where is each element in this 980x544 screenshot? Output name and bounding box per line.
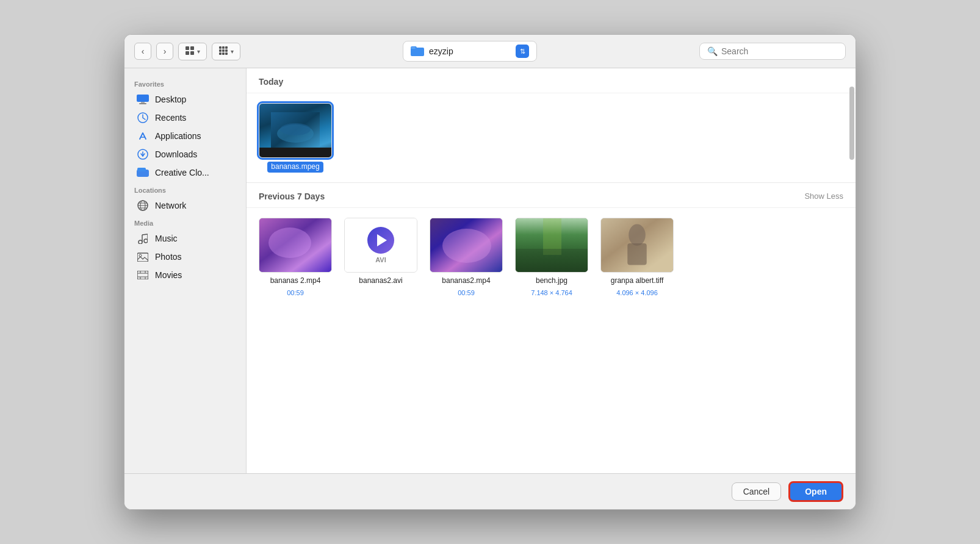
sidebar-item-network[interactable]: Network bbox=[127, 196, 243, 215]
grid-icon bbox=[185, 46, 195, 57]
svg-rect-11 bbox=[222, 52, 225, 55]
svg-rect-1 bbox=[190, 46, 194, 50]
purple-smoke-thumbnail bbox=[430, 218, 502, 272]
recents-icon bbox=[137, 112, 149, 124]
file-thumb-bananas2-mp4-b bbox=[430, 218, 503, 273]
file-item-bench-jpg[interactable]: bench.jpg 7.148 × 4.764 bbox=[515, 218, 588, 297]
file-thumb-bananas-mpeg bbox=[259, 103, 332, 158]
file-thumb-bananas2-avi: AVI bbox=[344, 218, 417, 273]
prev7-section-header: Previous 7 Days Show Less bbox=[247, 183, 856, 208]
avi-thumbnail: AVI bbox=[345, 218, 417, 272]
svg-point-29 bbox=[144, 239, 148, 243]
back-button[interactable]: ‹ bbox=[134, 43, 151, 60]
svg-point-44 bbox=[280, 123, 311, 135]
sidebar-label-network: Network bbox=[155, 201, 186, 210]
favorites-label: Favorites bbox=[124, 76, 246, 90]
svg-rect-14 bbox=[137, 95, 149, 102]
svg-point-53 bbox=[629, 224, 646, 245]
locations-label: Locations bbox=[124, 182, 246, 196]
sidebar-item-music[interactable]: Music bbox=[127, 229, 243, 248]
open-button[interactable]: Open bbox=[788, 481, 843, 502]
forest-thumbnail bbox=[516, 218, 588, 272]
file-item-bananas-mpeg[interactable]: bananas.mpeg bbox=[259, 103, 332, 173]
svg-point-48 bbox=[442, 229, 491, 263]
search-bar[interactable]: 🔍 bbox=[699, 43, 846, 60]
svg-rect-6 bbox=[225, 46, 228, 49]
grid-dropdown-arrow: ▾ bbox=[197, 48, 200, 55]
today-section-header: Today bbox=[247, 68, 856, 93]
file-thumb-bananas2-mp4-a bbox=[259, 218, 332, 273]
show-less-button[interactable]: Show Less bbox=[804, 191, 843, 201]
svg-rect-33 bbox=[137, 253, 148, 262]
svg-rect-3 bbox=[190, 51, 194, 55]
file-item-granpa-albert[interactable]: granpa albert.tiff 4.096 × 4.096 bbox=[600, 218, 674, 297]
downloads-icon bbox=[137, 148, 149, 160]
view-columns-button[interactable]: ▾ bbox=[212, 43, 240, 60]
file-meta-granpa-albert: 4.096 × 4.096 bbox=[616, 289, 658, 296]
sidebar-label-recents: Recents bbox=[155, 113, 186, 123]
file-name-bananas2-mp4-b: bananas2.mp4 bbox=[442, 276, 490, 286]
location-chevron[interactable]: ⇅ bbox=[516, 45, 529, 58]
file-name-bananas2-avi: bananas2.avi bbox=[359, 276, 402, 286]
prev7-title: Previous 7 Days bbox=[259, 191, 325, 201]
view-grid-button[interactable]: ▾ bbox=[178, 43, 207, 60]
columns-dropdown-arrow: ▾ bbox=[231, 48, 234, 55]
applications-icon bbox=[137, 130, 149, 142]
file-meta-bananas2-mp4-b: 00:59 bbox=[458, 289, 475, 296]
sidebar-label-applications: Applications bbox=[155, 131, 201, 141]
cancel-button[interactable]: Cancel bbox=[732, 482, 782, 501]
location-pill[interactable]: ezyzip ⇅ bbox=[403, 41, 537, 62]
search-input[interactable] bbox=[721, 46, 838, 56]
sidebar-item-recents[interactable]: Recents bbox=[127, 109, 243, 127]
file-name-bananas-mpeg: bananas.mpeg bbox=[267, 162, 323, 173]
file-thumb-bench-jpg bbox=[515, 218, 588, 273]
sidebar-item-creative-cloud[interactable]: Creative Clo... bbox=[127, 163, 243, 182]
desktop-icon bbox=[137, 93, 149, 106]
sidebar-item-downloads[interactable]: Downloads bbox=[127, 145, 243, 163]
svg-rect-9 bbox=[225, 49, 228, 52]
sidebar-label-downloads: Downloads bbox=[155, 149, 197, 159]
sidebar-item-movies[interactable]: Movies bbox=[127, 266, 243, 284]
photos-icon bbox=[137, 251, 149, 263]
svg-rect-7 bbox=[219, 49, 222, 52]
sidebar-item-photos[interactable]: Photos bbox=[127, 248, 243, 266]
network-icon bbox=[137, 199, 149, 212]
forward-button[interactable]: › bbox=[156, 43, 173, 60]
svg-rect-13 bbox=[411, 47, 416, 49]
back-icon: ‹ bbox=[142, 46, 145, 56]
sidebar-label-photos: Photos bbox=[155, 252, 182, 262]
file-thumb-granpa-albert bbox=[600, 218, 674, 273]
file-item-bananas2-mp4-b[interactable]: bananas2.mp4 00:59 bbox=[430, 218, 503, 297]
sidebar-label-desktop: Desktop bbox=[155, 95, 186, 104]
sidebar-item-applications[interactable]: Applications bbox=[127, 127, 243, 145]
scrollbar-track[interactable] bbox=[847, 68, 856, 473]
toolbar: ‹ › ▾ bbox=[124, 35, 856, 68]
file-meta-bench-jpg: 7.148 × 4.764 bbox=[531, 289, 572, 296]
svg-rect-2 bbox=[186, 51, 189, 55]
svg-point-28 bbox=[139, 240, 142, 244]
scrollbar-thumb[interactable] bbox=[849, 87, 854, 160]
columns-icon bbox=[218, 46, 228, 57]
today-title: Today bbox=[259, 77, 283, 87]
svg-rect-51 bbox=[516, 249, 588, 273]
file-item-bananas2-mp4-a[interactable]: bananas 2.mp4 00:59 bbox=[259, 218, 332, 297]
today-files-grid: bananas.mpeg bbox=[247, 93, 856, 182]
svg-rect-54 bbox=[627, 243, 646, 265]
prev7-files-grid: bananas 2.mp4 00:59 AVI bananas2.avi bbox=[247, 208, 856, 307]
file-item-bananas2-avi[interactable]: AVI bananas2.avi bbox=[344, 218, 417, 297]
svg-rect-12 bbox=[225, 52, 228, 55]
creative-cloud-icon bbox=[137, 166, 149, 179]
svg-rect-5 bbox=[222, 46, 225, 49]
pink-smoke-thumbnail bbox=[259, 218, 331, 272]
avi-play-icon bbox=[377, 234, 387, 246]
avi-play-circle bbox=[367, 227, 394, 254]
location-bar: ezyzip ⇅ bbox=[245, 41, 694, 62]
avi-label: AVI bbox=[375, 256, 386, 263]
sidebar-label-music: Music bbox=[155, 234, 178, 243]
granpa-thumbnail bbox=[601, 218, 673, 272]
sidebar-item-desktop[interactable]: Desktop bbox=[127, 90, 243, 109]
svg-line-32 bbox=[142, 234, 148, 235]
location-name: ezyzip bbox=[429, 46, 453, 56]
file-name-bench-jpg: bench.jpg bbox=[536, 276, 567, 286]
file-area: Today bbox=[247, 68, 856, 473]
